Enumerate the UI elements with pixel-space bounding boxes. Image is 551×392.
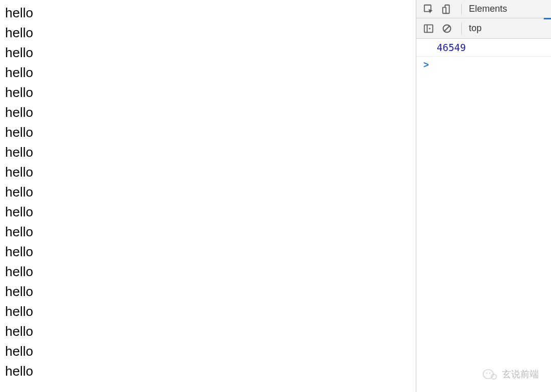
console-prompt[interactable]: > (416, 57, 551, 74)
page-text-line: hello (5, 43, 411, 63)
page-text-line: hello (5, 322, 411, 341)
devtools-tabbar: Elements (416, 0, 551, 18)
page-text-line: hello (5, 202, 411, 222)
page-text-line: hello (5, 162, 411, 182)
device-toolbar-icon[interactable] (440, 2, 454, 16)
page-text-line: hello (5, 262, 411, 282)
page-text-line: hello (5, 63, 411, 83)
console-context-select[interactable]: top (469, 23, 482, 34)
page-text-line: hello (5, 222, 411, 242)
chevron-right-icon: > (423, 60, 429, 70)
console-sidebar-toggle-icon[interactable] (421, 21, 436, 36)
page-text-line: hello (5, 3, 411, 23)
svg-rect-2 (443, 7, 446, 13)
page-text-line: hello (5, 302, 411, 322)
svg-line-6 (444, 26, 449, 31)
page-text-line: hello (5, 23, 411, 43)
page-text-line: hello (5, 282, 411, 302)
svg-rect-3 (424, 24, 433, 32)
separator (461, 23, 462, 34)
page-text-line: hello (5, 361, 411, 381)
clear-console-icon[interactable] (440, 21, 454, 36)
console-output: 46549 > (416, 39, 551, 392)
devtools-panel: Elements top 46549 > (416, 0, 551, 392)
inspect-element-icon[interactable] (421, 2, 436, 16)
page-text-line: hello (5, 142, 411, 162)
page-text-line: hello (5, 341, 411, 361)
page-viewport: hellohellohellohellohellohellohellohello… (0, 0, 416, 392)
separator (461, 4, 462, 15)
tab-elements[interactable]: Elements (469, 4, 507, 14)
page-text-line: hello (5, 83, 411, 103)
console-log-entry[interactable]: 46549 (416, 39, 551, 57)
page-text-line: hello (5, 242, 411, 262)
page-text-line: hello (5, 182, 411, 202)
console-toolbar: top (416, 18, 551, 39)
page-text-line: hello (5, 103, 411, 122)
page-text-line: hello (5, 122, 411, 142)
